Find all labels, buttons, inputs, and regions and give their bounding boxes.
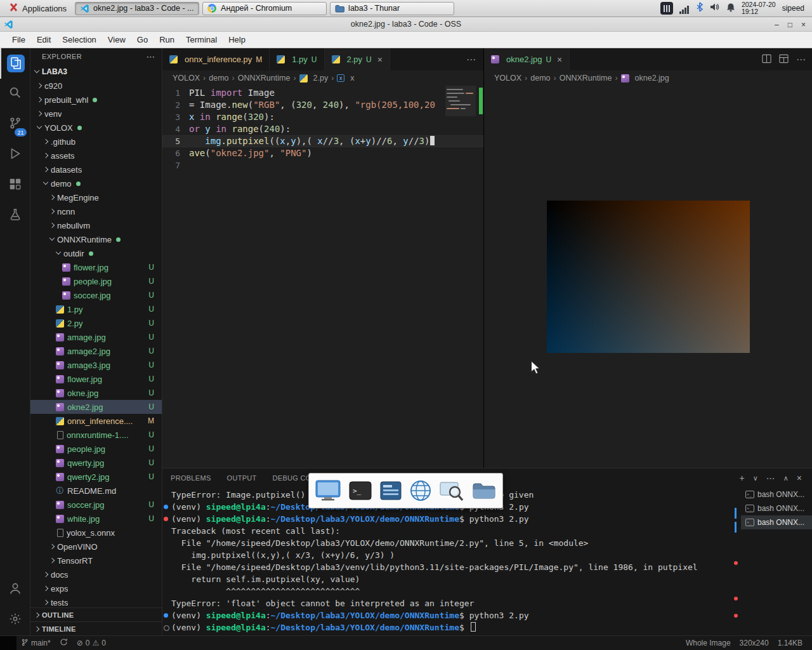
panel-tab-output[interactable]: OUTPUT bbox=[227, 468, 257, 488]
breadcrumb-item[interactable]: ONNXRuntime bbox=[238, 74, 291, 83]
activitybar-debug[interactable] bbox=[0, 140, 30, 170]
terminal-tab-item[interactable]: >_bash ONNX... bbox=[741, 488, 812, 501]
outline-section[interactable]: OUTLINE bbox=[30, 607, 162, 621]
remote-indicator[interactable] bbox=[0, 636, 16, 650]
minimap[interactable] bbox=[445, 86, 476, 468]
maximize-panel-icon[interactable]: ∧ bbox=[783, 474, 789, 482]
breadcrumb-item[interactable]: ONNXRuntime bbox=[560, 74, 612, 83]
tab-2-py[interactable]: 2.pyU× bbox=[325, 48, 390, 70]
tree-item-white-jpg[interactable]: white.jpgU bbox=[30, 512, 162, 526]
tree-item-demo[interactable]: demo bbox=[30, 176, 162, 190]
activitybar-search[interactable] bbox=[0, 79, 30, 109]
tree-item-tensorrt[interactable]: TensorRT bbox=[30, 554, 162, 567]
bell-icon[interactable] bbox=[726, 3, 735, 15]
code-line[interactable]: 4or y in range(240): bbox=[162, 123, 483, 135]
tree-item-onnxruntime-1[interactable]: onnxruntime-1....U bbox=[30, 428, 162, 442]
taskbar-window-laba3-thunar[interactable]: laba3 - Thunar bbox=[330, 2, 454, 15]
menu-file[interactable]: File bbox=[6, 33, 31, 46]
tree-item-outdir[interactable]: outdir bbox=[30, 246, 162, 260]
tree-item-datasets[interactable]: datasets bbox=[30, 162, 162, 176]
code-line[interactable]: 7 bbox=[162, 159, 483, 171]
close-icon[interactable]: × bbox=[557, 55, 562, 65]
sync-button[interactable] bbox=[55, 636, 72, 650]
tree-item-tests[interactable]: tests bbox=[30, 595, 162, 607]
user-label[interactable]: sipeed bbox=[782, 4, 806, 13]
tree-item-megengine[interactable]: MegEngine bbox=[30, 190, 162, 204]
new-terminal-icon[interactable]: + bbox=[740, 473, 745, 483]
menu-edit[interactable]: Edit bbox=[31, 33, 56, 46]
volume-icon[interactable] bbox=[710, 3, 720, 14]
timeline-section[interactable]: TIMELINE bbox=[30, 621, 162, 635]
globe-icon[interactable] bbox=[410, 480, 431, 501]
more-actions-icon[interactable]: ⋯ bbox=[796, 54, 806, 65]
tree-item-people-jpg[interactable]: people.jpgU bbox=[30, 274, 162, 288]
tree-item-amage3-jpg[interactable]: amage3.jpgU bbox=[30, 358, 162, 372]
tree-item-okne2-jpg[interactable]: okne2.jpgU bbox=[30, 400, 162, 414]
status-1-14kb[interactable]: 1.14KB bbox=[773, 639, 807, 647]
screenshot-icon[interactable] bbox=[440, 481, 464, 501]
terminal-profile-chevron-icon[interactable]: ∨ bbox=[753, 474, 758, 482]
tree-item-okne-jpg[interactable]: okne.jpgU bbox=[30, 386, 162, 400]
menu-help[interactable]: Help bbox=[223, 33, 251, 46]
code-line[interactable]: 2= Image.new("RGB", (320, 240), "rgb(205… bbox=[162, 99, 483, 111]
tree-item-2-py[interactable]: 2.pyU bbox=[30, 316, 162, 330]
panel-tab-problems[interactable]: PROBLEMS bbox=[171, 468, 211, 488]
tree-item-c920[interactable]: c920 bbox=[30, 79, 162, 93]
breadcrumb-item[interactable]: demo bbox=[530, 74, 550, 83]
folder-icon[interactable] bbox=[472, 481, 496, 500]
tree-item-soccer-jpg[interactable]: soccer.jpgU bbox=[30, 288, 162, 302]
split-editor-icon[interactable] bbox=[762, 54, 771, 65]
menu-go[interactable]: Go bbox=[131, 33, 154, 46]
tab-onnx-inference-py[interactable]: onnx_inference.pyM bbox=[162, 48, 270, 70]
tree-item-people-jpg[interactable]: people.jpgU bbox=[30, 442, 162, 456]
tree-item-flower-jpg[interactable]: flower.jpgU bbox=[30, 260, 162, 274]
tree-item-exps[interactable]: exps bbox=[30, 581, 162, 595]
breadcrumb-item[interactable]: YOLOX bbox=[173, 74, 200, 83]
tree-item-yolox[interactable]: YOLOX bbox=[30, 121, 162, 135]
tree-item-nebullvm[interactable]: nebullvm bbox=[30, 218, 162, 232]
close-panel-icon[interactable]: × bbox=[797, 473, 802, 483]
tree-item-openvino[interactable]: OpenVINO bbox=[30, 540, 162, 554]
breadcrumb-item[interactable]: 2.py bbox=[299, 74, 329, 83]
tab-okne2-jpg[interactable]: okne2.jpgU× bbox=[484, 48, 570, 70]
terminal-output[interactable]: TypeError: Image.putpixel() takes 3 posi… bbox=[162, 488, 732, 635]
image-preview[interactable] bbox=[484, 86, 812, 468]
workspace-folder-header[interactable]: LABA3 bbox=[30, 65, 162, 79]
activitybar-extensions[interactable] bbox=[0, 170, 30, 201]
tree-item-github[interactable]: .github bbox=[30, 135, 162, 149]
tree-item-yolox-s-onnx[interactable]: yolox_s.onnx bbox=[30, 526, 162, 540]
code-line[interactable]: 1PIL import Image bbox=[162, 87, 483, 99]
terminal-tab-item[interactable]: >_bash ONNX... bbox=[741, 515, 812, 529]
maximize-icon[interactable]: □ bbox=[788, 20, 792, 29]
menu-selection[interactable]: Selection bbox=[56, 33, 102, 46]
bluetooth-icon[interactable] bbox=[696, 2, 704, 15]
more-tabs-icon[interactable]: ⋯ bbox=[459, 54, 483, 65]
tree-item-1-py[interactable]: 1.pyU bbox=[30, 302, 162, 316]
activitybar-explorer[interactable] bbox=[0, 48, 30, 79]
tree-item-assets[interactable]: assets bbox=[30, 149, 162, 162]
network-signal-icon[interactable] bbox=[679, 3, 690, 14]
close-icon[interactable]: × bbox=[377, 55, 383, 65]
okne2-gradient-image[interactable] bbox=[547, 201, 750, 353]
taskbar-window-okne2-jpg-laba3-code[interactable]: okne2.jpg - laba3 - Code - ... bbox=[75, 2, 199, 15]
menu-view[interactable]: View bbox=[102, 33, 131, 46]
code-editor[interactable]: 1PIL import Image2= Image.new("RGB", (32… bbox=[162, 86, 483, 468]
activitybar-testing[interactable] bbox=[0, 201, 30, 231]
clock[interactable]: 2024-07-20 19:12 bbox=[742, 1, 776, 15]
problems-status[interactable]: ⊘ 0 ⚠ 0 bbox=[72, 636, 110, 650]
tab-1-py[interactable]: 1.pyU bbox=[270, 48, 324, 70]
tree-item-amage-jpg[interactable]: amage.jpgU bbox=[30, 330, 162, 344]
terminal-icon[interactable]: >_ bbox=[349, 481, 372, 501]
code-line[interactable]: 5 img.putpixel((x,y),( x//3, (x+y)//6, y… bbox=[162, 135, 483, 147]
window-list-icon[interactable] bbox=[380, 481, 402, 501]
activitybar-source-control[interactable]: 21 bbox=[0, 109, 30, 140]
code-line[interactable]: 6ave("okne2.jpg", "PNG") bbox=[162, 147, 483, 159]
tree-item-venv[interactable]: venv bbox=[30, 107, 162, 121]
breadcrumb-item[interactable]: xx bbox=[337, 74, 354, 83]
tree-item-amage2-jpg[interactable]: amage2.jpgU bbox=[30, 344, 162, 358]
breadcrumb-item[interactable]: demo bbox=[209, 74, 228, 83]
tree-item-onnx-inference[interactable]: onnx_inference....M bbox=[30, 414, 162, 428]
status-320x240[interactable]: 320x240 bbox=[735, 639, 773, 647]
tree-item-ncnn[interactable]: ncnn bbox=[30, 204, 162, 218]
close-icon[interactable]: × bbox=[801, 20, 806, 29]
